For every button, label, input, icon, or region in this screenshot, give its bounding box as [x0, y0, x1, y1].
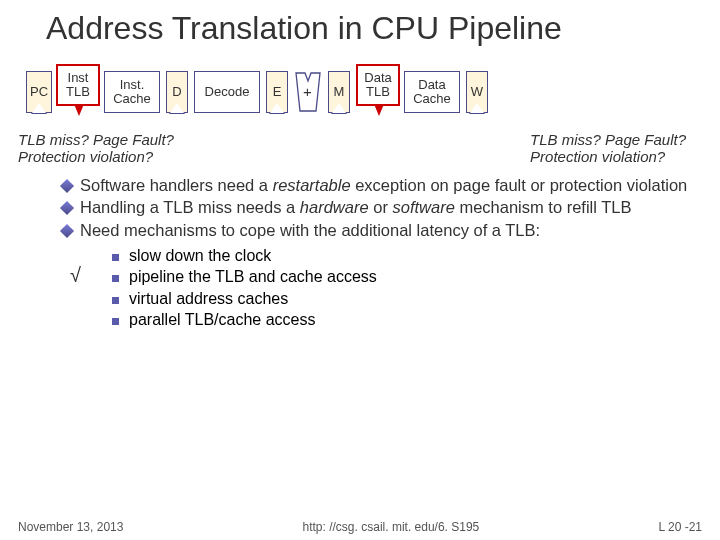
d-register: D [164, 71, 190, 113]
square-bullet-icon [112, 254, 119, 261]
sub-bullet-text: virtual address caches [129, 288, 288, 310]
e-register: E [264, 71, 290, 113]
down-arrow-icon [56, 104, 100, 120]
inst-cache-line1: Inst. [113, 78, 151, 92]
footer-url: http: //csg. csail. mit. edu/6. S195 [123, 520, 658, 534]
right-question: TLB miss? Page Fault? Protection violati… [530, 131, 686, 165]
question-row: TLB miss? Page Fault? Protection violati… [18, 131, 702, 165]
data-tlb-block: Data TLB [356, 64, 400, 120]
bullet-text: exception on page fault or protection vi… [351, 176, 688, 194]
right-q-line1: TLB miss? Page Fault? [530, 131, 686, 148]
sub-bullet-list: slow down the clock √ pipeline the TLB a… [112, 245, 702, 331]
sub-bullet-item: parallel TLB/cache access [112, 309, 702, 331]
left-q-line2: Protection violation? [18, 148, 174, 165]
footer-date: November 13, 2013 [18, 520, 123, 534]
inst-cache-block: Inst. Cache [104, 71, 160, 113]
bullet-text: mechanism to refill TLB [455, 198, 632, 216]
bullet-item: Software handlers need a restartable exc… [62, 175, 688, 196]
sub-bullet-text: pipeline the TLB and cache access [129, 266, 377, 288]
sub-bullet-text: parallel TLB/cache access [129, 309, 315, 331]
sub-bullet-item: virtual address caches [112, 288, 702, 310]
w-register: W [464, 71, 490, 113]
slide-footer: November 13, 2013 http: //csg. csail. mi… [0, 520, 720, 534]
sub-bullet-text: slow down the clock [129, 245, 271, 267]
data-tlb-line1: Data [364, 71, 391, 85]
diamond-bullet-icon [60, 201, 74, 215]
right-q-line2: Protection violation? [530, 148, 686, 165]
inst-cache-line2: Cache [113, 92, 151, 106]
alu-op-label: + [303, 83, 312, 100]
data-cache-line2: Cache [413, 92, 451, 106]
checkmark-icon: √ [70, 262, 81, 289]
square-bullet-icon [112, 318, 119, 325]
main-bullet-list: Software handlers need a restartable exc… [62, 175, 688, 241]
pc-register: PC [26, 71, 52, 113]
left-question: TLB miss? Page Fault? Protection violati… [18, 131, 174, 165]
bullet-item: Need mechanisms to cope with the additio… [62, 220, 688, 241]
bullet-text: Need mechanisms to cope with the additio… [80, 220, 540, 241]
data-cache-block: Data Cache [404, 71, 460, 113]
clock-triangle-icon [32, 103, 46, 113]
alu-icon: + [294, 71, 322, 113]
square-bullet-icon [112, 275, 119, 282]
inst-tlb-block: Inst TLB [56, 64, 100, 120]
clock-triangle-icon [170, 103, 184, 113]
footer-page: L 20 -21 [658, 520, 702, 534]
clock-triangle-icon [470, 103, 484, 113]
bullet-em: restartable [273, 176, 351, 194]
left-q-line1: TLB miss? Page Fault? [18, 131, 174, 148]
m-register: M [326, 71, 352, 113]
clock-triangle-icon [270, 103, 284, 113]
diamond-bullet-icon [60, 224, 74, 238]
data-tlb-line2: TLB [366, 85, 390, 99]
bullet-text: Software handlers need a [80, 176, 273, 194]
square-bullet-icon [112, 297, 119, 304]
bullet-text: Handling a TLB miss needs a [80, 198, 300, 216]
bullet-em: hardware [300, 198, 369, 216]
slide-title: Address Translation in CPU Pipeline [46, 10, 702, 47]
down-arrow-icon [356, 104, 400, 120]
sub-bullet-item: √ pipeline the TLB and cache access [112, 266, 702, 288]
inst-tlb-line2: TLB [66, 85, 90, 99]
decode-block: Decode [194, 71, 260, 113]
diamond-bullet-icon [60, 179, 74, 193]
bullet-em: software [392, 198, 454, 216]
bullet-item: Handling a TLB miss needs a hardware or … [62, 197, 688, 218]
pipeline-diagram: PC Inst TLB Inst. Cache D Decode E + M [26, 61, 702, 123]
sub-bullet-item: slow down the clock [112, 245, 702, 267]
clock-triangle-icon [332, 103, 346, 113]
inst-tlb-line1: Inst [68, 71, 89, 85]
bullet-text: or [369, 198, 393, 216]
data-cache-line1: Data [413, 78, 451, 92]
